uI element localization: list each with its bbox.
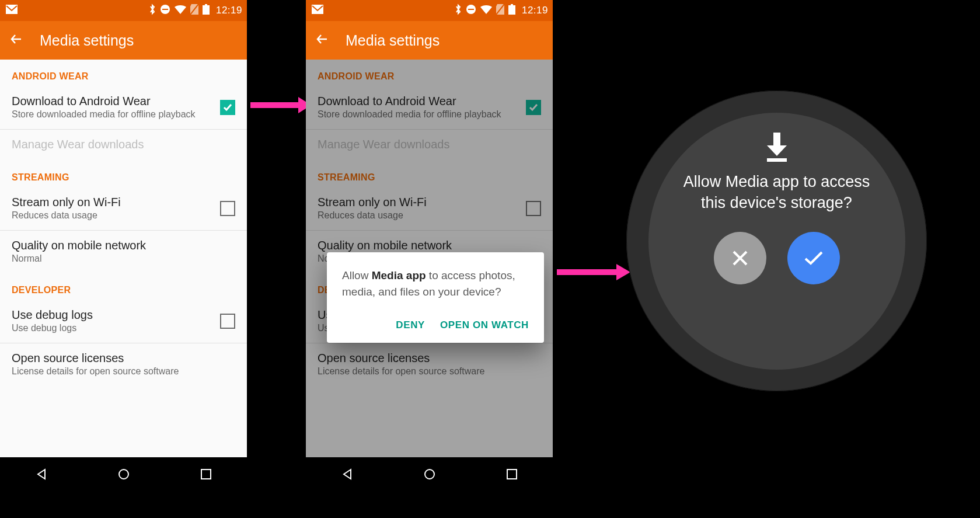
pref-subtitle: License details for open source software	[318, 366, 541, 377]
pref-title: Quality on mobile network	[12, 239, 235, 252]
bluetooth-icon	[455, 4, 462, 18]
checkbox-stream-wifi[interactable]	[220, 201, 235, 216]
section-header-wear: ANDROID WEAR	[306, 60, 553, 86]
svg-rect-13	[468, 9, 474, 10]
pref-subtitle: Use debug logs	[12, 323, 211, 333]
pref-manage-wear[interactable]: Manage Wear downloads	[0, 130, 247, 161]
phone-1: 12:19 Media settings ANDROID WEAR Downlo…	[0, 0, 247, 493]
app-bar: Media settings	[306, 21, 553, 60]
flow-arrow-2	[554, 260, 630, 284]
nav-back-icon[interactable]	[34, 467, 48, 484]
nav-recents-icon[interactable]	[505, 468, 518, 483]
no-sim-icon	[190, 4, 198, 18]
status-time: 12:19	[519, 5, 548, 16]
status-bar: 12:19	[0, 0, 247, 21]
pref-subtitle: Normal	[12, 253, 235, 264]
svg-marker-17	[344, 470, 351, 479]
pref-oss-licenses[interactable]: Open source licenses License details for…	[306, 343, 553, 386]
svg-marker-6	[38, 470, 45, 479]
pref-subtitle: Store downloaded media for offline playb…	[318, 109, 517, 120]
checkbox-debug-logs[interactable]	[220, 314, 235, 329]
gmail-icon	[6, 5, 18, 17]
settings-list: ANDROID WEAR Download to Android Wear St…	[0, 60, 247, 457]
checkbox-download-wear[interactable]	[526, 100, 541, 115]
section-header-streaming: STREAMING	[306, 161, 553, 187]
back-icon[interactable]	[9, 32, 23, 48]
battery-icon	[508, 4, 515, 18]
pref-title: Open source licenses	[12, 352, 235, 365]
flow-arrow-1	[248, 93, 311, 117]
nav-recents-icon[interactable]	[200, 468, 212, 483]
system-nav-bar	[0, 457, 247, 493]
pref-subtitle: License details for open source software	[12, 366, 235, 377]
dialog-message: Allow Media app to access photos, media,…	[342, 267, 529, 300]
pref-quality[interactable]: Quality on mobile network Normal	[0, 231, 247, 273]
permission-dialog: Allow Media app to access photos, media,…	[327, 252, 544, 343]
dialog-open-on-watch-button[interactable]: OPEN ON WATCH	[440, 319, 529, 331]
pref-download-wear[interactable]: Download to Android Wear Store downloade…	[306, 86, 553, 129]
svg-rect-2	[162, 9, 168, 10]
status-time: 12:19	[214, 5, 242, 16]
svg-point-18	[425, 470, 434, 479]
svg-rect-11	[312, 5, 323, 14]
watch-device: Allow Media app to access this device's …	[626, 91, 927, 391]
checkbox-stream-wifi[interactable]	[526, 201, 541, 216]
watch-face: Allow Media app to access this device's …	[648, 113, 905, 370]
bluetooth-icon	[149, 4, 156, 18]
status-bar: 12:19	[306, 0, 553, 21]
pref-title: Stream only on Wi-Fi	[12, 196, 211, 209]
phone-2: 12:19 Media settings ANDROID WEAR Downlo…	[306, 0, 553, 493]
pref-title: Use debug logs	[12, 308, 211, 322]
nav-home-icon[interactable]	[423, 467, 437, 484]
pref-download-wear[interactable]: Download to Android Wear Store downloade…	[0, 86, 247, 129]
pref-manage-wear[interactable]: Manage Wear downloads	[306, 130, 553, 161]
section-header-developer: DEVELOPER	[0, 273, 247, 300]
svg-rect-15	[511, 4, 513, 5]
svg-rect-22	[773, 133, 780, 147]
pref-title: Open source licenses	[318, 352, 541, 365]
svg-rect-8	[201, 470, 211, 479]
pref-subtitle: Reduces data usage	[12, 210, 211, 221]
back-icon[interactable]	[315, 32, 329, 48]
pref-title: Manage Wear downloads	[12, 138, 235, 151]
pref-oss-licenses[interactable]: Open source licenses License details for…	[0, 343, 247, 386]
battery-icon	[203, 4, 210, 18]
svg-marker-23	[767, 145, 787, 156]
dnd-icon	[160, 4, 170, 18]
pref-stream-wifi[interactable]: Stream only on Wi-Fi Reduces data usage	[306, 187, 553, 230]
gmail-icon	[312, 5, 323, 17]
no-sim-icon	[496, 4, 504, 18]
watch-message: Allow Media app to access this device's …	[678, 171, 876, 214]
pref-subtitle: Reduces data usage	[318, 210, 517, 221]
page-title: Media settings	[346, 32, 440, 49]
pref-title: Download to Android Wear	[12, 95, 211, 108]
page-title: Media settings	[40, 32, 134, 49]
pref-debug-logs[interactable]: Use debug logs Use debug logs	[0, 300, 247, 343]
section-header-streaming: STREAMING	[0, 161, 247, 187]
nav-back-icon[interactable]	[340, 467, 354, 484]
pref-title: Quality on mobile network	[318, 239, 541, 252]
wifi-icon	[480, 5, 492, 17]
watch-deny-button[interactable]	[714, 232, 766, 284]
dialog-deny-button[interactable]: DENY	[396, 319, 425, 331]
pref-stream-wifi[interactable]: Stream only on Wi-Fi Reduces data usage	[0, 187, 247, 230]
section-header-wear: ANDROID WEAR	[0, 60, 247, 86]
checkbox-download-wear[interactable]	[220, 100, 235, 115]
svg-rect-4	[205, 4, 207, 5]
svg-point-7	[119, 470, 128, 479]
nav-home-icon[interactable]	[117, 467, 131, 484]
wifi-icon	[175, 5, 186, 17]
watch-allow-button[interactable]	[787, 232, 840, 284]
system-nav-bar	[306, 457, 553, 493]
pref-title: Download to Android Wear	[318, 95, 517, 108]
pref-title: Stream only on Wi-Fi	[318, 196, 517, 209]
app-bar: Media settings	[0, 21, 247, 60]
svg-rect-0	[6, 5, 18, 14]
pref-subtitle: Store downloaded media for offline playb…	[12, 109, 211, 120]
dnd-icon	[466, 4, 476, 18]
settings-list: ANDROID WEAR Download to Android Wear St…	[306, 60, 553, 457]
svg-rect-24	[767, 158, 787, 162]
pref-title: Manage Wear downloads	[318, 138, 541, 151]
svg-rect-5	[203, 5, 210, 15]
svg-rect-16	[508, 5, 515, 15]
